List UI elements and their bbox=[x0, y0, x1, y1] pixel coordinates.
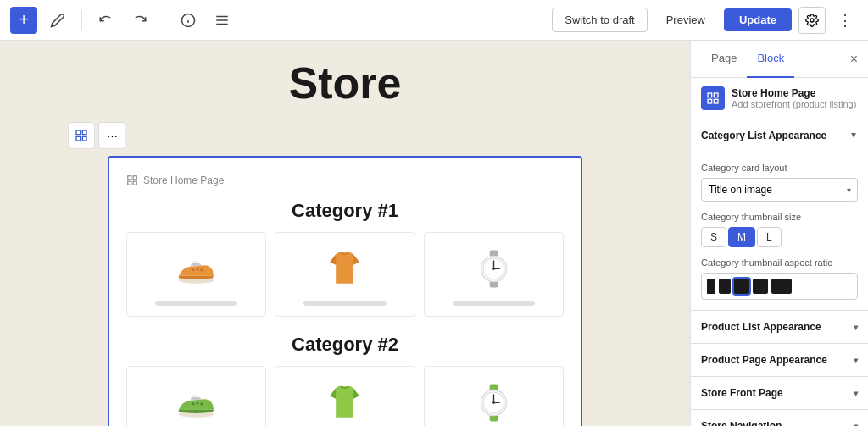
size-l-button[interactable]: L bbox=[757, 227, 782, 247]
pen-icon-button[interactable] bbox=[44, 7, 71, 34]
update-button[interactable]: Update bbox=[724, 8, 792, 31]
block-info-subtitle: Add storefront (product listing) bbox=[732, 99, 856, 109]
svg-rect-8 bbox=[82, 130, 86, 135]
chevron-down-icon-4: ▾ bbox=[854, 422, 858, 427]
product-card-watch-green bbox=[424, 366, 564, 426]
accordion-store-navigation: Store Navigation ▾ bbox=[691, 410, 868, 426]
svg-rect-7 bbox=[76, 130, 81, 135]
svg-rect-14 bbox=[133, 181, 136, 185]
toolbar-divider bbox=[81, 10, 82, 30]
product-page-label: Product Page Appearance bbox=[701, 354, 827, 366]
svg-rect-10 bbox=[82, 136, 86, 141]
svg-rect-37 bbox=[708, 93, 712, 97]
product-label-bar bbox=[155, 301, 238, 306]
tab-page[interactable]: Page bbox=[701, 41, 747, 78]
chevron-down-icon: ▾ bbox=[854, 323, 858, 332]
shirt-orange-image bbox=[320, 243, 370, 294]
shirt-green-image bbox=[320, 377, 370, 426]
aspect-ratio-label: Category thumbnail aspect ratio bbox=[701, 257, 858, 268]
product-card-shoe bbox=[126, 232, 266, 317]
product-list-accordion-header[interactable]: Product List Appearance ▾ bbox=[691, 311, 868, 343]
product-card-watch bbox=[424, 232, 564, 317]
aspect-tall-button[interactable] bbox=[707, 279, 715, 294]
svg-rect-13 bbox=[128, 181, 131, 185]
block-more-options-button[interactable]: ⋯ bbox=[98, 122, 125, 149]
category-1-title: Category #1 bbox=[126, 200, 564, 222]
svg-rect-11 bbox=[128, 176, 131, 180]
product-label-bar bbox=[303, 301, 387, 306]
add-block-button[interactable]: + bbox=[10, 7, 37, 34]
store-block-header-label: Store Home Page bbox=[143, 174, 224, 186]
toolbar-left: + bbox=[10, 7, 545, 34]
store-block-header: Store Home Page bbox=[126, 174, 564, 186]
category-list-label: Category List Appearance bbox=[701, 130, 826, 141]
card-layout-select-wrapper: Title on image Title below image ▾ bbox=[701, 178, 858, 202]
watch-green-image bbox=[468, 377, 519, 426]
tab-block[interactable]: Block bbox=[747, 41, 794, 78]
svg-rect-39 bbox=[708, 99, 712, 103]
switch-to-draft-button[interactable]: Switch to draft bbox=[552, 8, 647, 32]
shoe-green-image bbox=[171, 377, 222, 426]
redo-button[interactable] bbox=[126, 7, 153, 34]
thumbnail-size-label: Category thumbnail size bbox=[701, 212, 858, 222]
chevron-down-icon-3: ▾ bbox=[854, 389, 858, 398]
svg-point-18 bbox=[200, 268, 203, 271]
accordion-product-page: Product Page Appearance ▾ bbox=[691, 344, 868, 377]
category-list-accordion-content: Category card layout Title on image Titl… bbox=[691, 152, 868, 310]
product-list-label: Product List Appearance bbox=[701, 321, 821, 333]
main-area: Store ⋯ Store Home Page Category # bbox=[0, 41, 868, 426]
product-page-accordion-header[interactable]: Product Page Appearance ▾ bbox=[691, 344, 868, 376]
settings-button[interactable] bbox=[798, 7, 826, 34]
aspect-wide-lg-button[interactable] bbox=[771, 279, 792, 294]
store-block-icon-button[interactable] bbox=[68, 122, 95, 149]
aspect-square-sm-button[interactable] bbox=[719, 279, 731, 294]
svg-point-27 bbox=[192, 402, 195, 405]
size-s-button[interactable]: S bbox=[701, 227, 726, 247]
product-card-shirt-green bbox=[275, 366, 415, 426]
svg-point-29 bbox=[200, 402, 203, 405]
store-front-label: Store Front Page bbox=[701, 387, 783, 399]
shoe-orange-image bbox=[171, 243, 222, 294]
size-m-button[interactable]: M bbox=[728, 227, 755, 247]
accordion-product-list: Product List Appearance ▾ bbox=[691, 311, 868, 344]
block-info-text: Store Home Page Add storefront (product … bbox=[732, 87, 856, 109]
product-card-shirt bbox=[275, 232, 415, 317]
svg-rect-12 bbox=[133, 176, 136, 180]
block-info: Store Home Page Add storefront (product … bbox=[691, 78, 868, 119]
product-card-shoe-green bbox=[126, 366, 266, 426]
svg-rect-40 bbox=[714, 99, 718, 103]
svg-rect-9 bbox=[76, 136, 81, 141]
list-view-button[interactable] bbox=[209, 7, 236, 34]
watch-neutral-image bbox=[468, 243, 519, 294]
store-front-accordion-header[interactable]: Store Front Page ▾ bbox=[691, 377, 868, 409]
aspect-ratio-group bbox=[701, 273, 858, 300]
more-options-button[interactable]: ⋮ bbox=[832, 8, 858, 33]
info-button[interactable] bbox=[175, 7, 202, 34]
aspect-tall-icon bbox=[707, 279, 715, 294]
toolbar: + Switch to dra bbox=[0, 0, 868, 41]
undo-button[interactable] bbox=[92, 7, 120, 34]
aspect-wide-sm-button[interactable] bbox=[753, 279, 768, 294]
chevron-up-icon: ▲ bbox=[849, 131, 858, 141]
category-2-title: Category #2 bbox=[126, 334, 564, 356]
category-list-accordion-header[interactable]: Category List Appearance ▲ bbox=[691, 119, 868, 152]
canvas: Store ⋯ Store Home Page Category # bbox=[0, 41, 690, 426]
product-grid-1 bbox=[126, 232, 564, 317]
store-navigation-accordion-header[interactable]: Store Navigation ▾ bbox=[691, 410, 868, 426]
accordion-store-front: Store Front Page ▾ bbox=[691, 377, 868, 410]
block-info-title: Store Home Page bbox=[732, 87, 856, 99]
toolbar-right: Switch to draft Preview Update ⋮ bbox=[552, 7, 858, 34]
preview-button[interactable]: Preview bbox=[654, 8, 717, 31]
aspect-square-md-icon bbox=[734, 279, 749, 294]
aspect-square-md-button[interactable] bbox=[734, 279, 749, 294]
svg-point-28 bbox=[197, 401, 199, 404]
block-controls: ⋯ bbox=[68, 122, 125, 149]
aspect-wide-sm-icon bbox=[753, 281, 768, 291]
card-layout-select[interactable]: Title on image Title below image bbox=[701, 178, 858, 202]
sidebar-close-button[interactable]: × bbox=[850, 52, 858, 67]
svg-point-6 bbox=[810, 19, 814, 22]
product-grid-2 bbox=[126, 366, 564, 426]
store-page-title: Store bbox=[289, 58, 402, 108]
card-layout-label: Category card layout bbox=[701, 163, 858, 173]
svg-point-17 bbox=[197, 268, 199, 270]
